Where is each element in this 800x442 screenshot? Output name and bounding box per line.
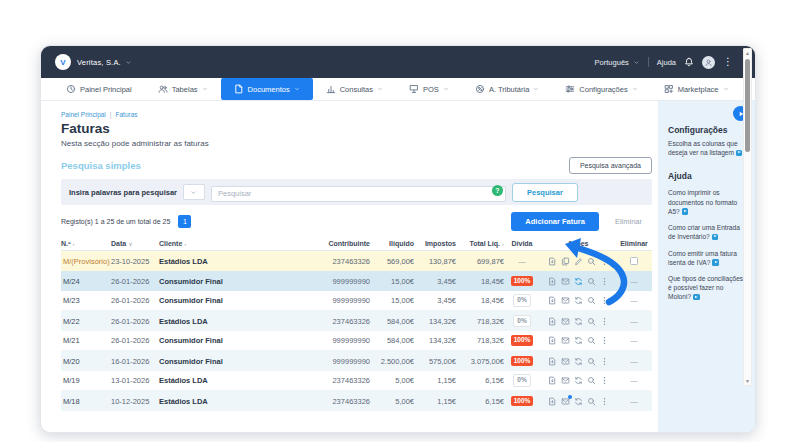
help-link[interactable]: Ajuda [657, 58, 676, 67]
bell-icon[interactable] [684, 57, 694, 67]
avatar[interactable] [702, 56, 715, 69]
menu-item-documentos[interactable]: Documentos [221, 78, 313, 100]
column-header-divida[interactable]: Dívida [504, 240, 540, 247]
cell-cliente[interactable]: Estádios LDA [159, 257, 310, 266]
delete-link[interactable]: Eliminar [615, 217, 642, 226]
cell-numero[interactable]: M/24 [61, 277, 111, 286]
kebab-icon[interactable] [600, 257, 609, 266]
kebab-icon[interactable] [600, 317, 609, 326]
table-row[interactable]: M/2226-01-2026Estádios LDA237463326584,0… [61, 311, 652, 331]
kebab-icon[interactable] [600, 296, 609, 305]
cell-numero[interactable]: M/23 [61, 296, 111, 305]
download-icon[interactable] [548, 317, 557, 326]
sidebar-config-text[interactable]: Escolha as colunas que deseja ver na lis… [668, 139, 746, 157]
search-icon[interactable] [587, 277, 596, 286]
search-icon[interactable] [587, 296, 596, 305]
cell-cliente[interactable]: Estádios LDA [159, 376, 310, 385]
add-invoice-button[interactable]: Adicionar Fatura [511, 212, 599, 231]
menu-item-configuracoes[interactable]: Configurações [552, 78, 650, 100]
table-row[interactable]: M/(Provisório)23-10-2025Estádios LDA2374… [61, 251, 652, 271]
email-icon[interactable] [561, 277, 570, 286]
table-row[interactable]: M/2426-01-2026Consumidor Final9999999901… [61, 271, 652, 291]
table-row[interactable]: M/1913-01-2026Estádios LDA2374633265,00€… [61, 371, 652, 391]
help-question-icon[interactable]: ? [492, 185, 503, 196]
column-header-eliminar[interactable]: Eliminar [616, 240, 652, 247]
email-icon[interactable] [561, 296, 570, 305]
cell-numero[interactable]: M/22 [61, 317, 111, 326]
scroll-down-icon[interactable]: ▼ [744, 378, 751, 384]
convert-icon[interactable] [574, 357, 583, 366]
column-header-contribuinte[interactable]: Contribuinte [310, 240, 370, 247]
scroll-up-icon[interactable]: ▲ [744, 50, 751, 56]
download-icon[interactable] [548, 257, 557, 266]
vertical-scrollbar[interactable]: ▲ ▼ [743, 48, 752, 386]
email-icon[interactable] [561, 317, 570, 326]
breadcrumb-faturas[interactable]: Faturas [116, 111, 138, 118]
cell-cliente[interactable]: Consumidor Final [159, 277, 310, 286]
convert-icon[interactable] [574, 296, 583, 305]
cell-numero[interactable]: M/18 [61, 397, 111, 406]
table-row[interactable]: M/2016-01-2026Consumidor Final9999999902… [61, 351, 652, 371]
column-header-cliente[interactable]: Cliente› [159, 240, 310, 247]
convert-icon[interactable] [574, 376, 583, 385]
help-link[interactable]: Como emitir uma fatura isenta de IVA? [668, 249, 746, 267]
help-link[interactable]: Como criar uma Entrada de Inventário? [668, 223, 746, 241]
kebab-icon[interactable] [600, 336, 609, 345]
help-link[interactable]: Como imprimir os documentos no formato A… [668, 188, 746, 216]
column-header-acoes[interactable]: Ações [540, 240, 616, 247]
email-icon[interactable] [561, 336, 570, 345]
email-icon[interactable] [561, 376, 570, 385]
search-input[interactable] [211, 186, 506, 202]
download-icon[interactable] [548, 296, 557, 305]
language-selector[interactable]: Português [595, 58, 640, 67]
column-header-data[interactable]: Data∨ [111, 240, 159, 247]
search-icon[interactable] [587, 376, 596, 385]
convert-icon[interactable] [574, 277, 583, 286]
download-icon[interactable] [548, 277, 557, 286]
search-icon[interactable] [587, 336, 596, 345]
table-row[interactable]: M/2326-01-2026Consumidor Final9999999901… [61, 291, 652, 311]
column-header-total-liq[interactable]: Total Líq.› [456, 240, 504, 247]
cell-cliente[interactable]: Estádios LDA [159, 317, 310, 326]
cell-cliente[interactable]: Consumidor Final [159, 336, 310, 345]
delete-checkbox[interactable] [630, 257, 638, 265]
table-row[interactable]: M/2126-01-2026Consumidor Final9999999905… [61, 331, 652, 351]
search-icon[interactable] [587, 317, 596, 326]
cell-cliente[interactable]: Estádios LDA [159, 397, 310, 406]
cell-cliente[interactable]: Consumidor Final [159, 357, 310, 366]
column-header-n[interactable]: N.º› [61, 240, 111, 247]
company-name[interactable]: Veritas, S.A. [77, 58, 121, 67]
convert-icon[interactable] [574, 317, 583, 326]
menu-item-consultas[interactable]: Consultas [313, 78, 396, 100]
column-header-impostos[interactable]: Impostos [414, 240, 456, 247]
search-type-select[interactable] [183, 184, 205, 200]
search-icon[interactable] [587, 257, 596, 266]
kebab-icon[interactable] [600, 376, 609, 385]
convert-icon[interactable] [574, 397, 583, 406]
scrollbar-thumb[interactable] [745, 59, 750, 152]
cell-cliente[interactable]: Consumidor Final [159, 296, 310, 305]
chevron-down-icon[interactable] [125, 59, 132, 66]
convert-icon[interactable] [574, 336, 583, 345]
kebab-menu-icon[interactable]: ⋮ [723, 57, 733, 67]
pagination-page-1[interactable]: 1 [178, 215, 191, 228]
download-icon[interactable] [548, 397, 557, 406]
kebab-icon[interactable] [600, 357, 609, 366]
cell-numero[interactable]: M/19 [61, 376, 111, 385]
breadcrumb-painel-principal[interactable]: Painel Principal [61, 111, 106, 118]
cell-numero[interactable]: M/(Provisório) [61, 257, 111, 266]
kebab-icon[interactable] [600, 397, 609, 406]
table-row[interactable]: M/1810-12-2025Estádios LDA2374633265,00€… [61, 391, 652, 411]
column-header-iliquido[interactable]: Ilíquido [370, 240, 414, 247]
menu-item-pos[interactable]: POS [396, 78, 462, 100]
download-icon[interactable] [548, 376, 557, 385]
search-button[interactable]: Pesquisar [512, 183, 578, 202]
download-icon[interactable] [548, 357, 557, 366]
menu-item-tabelas[interactable]: Tabelas [145, 78, 221, 100]
advanced-search-button[interactable]: Pesquisa avançada [569, 157, 652, 174]
edit-icon[interactable] [574, 257, 583, 266]
cell-numero[interactable]: M/21 [61, 336, 111, 345]
search-icon[interactable] [587, 357, 596, 366]
kebab-icon[interactable] [600, 277, 609, 286]
search-icon[interactable] [587, 397, 596, 406]
